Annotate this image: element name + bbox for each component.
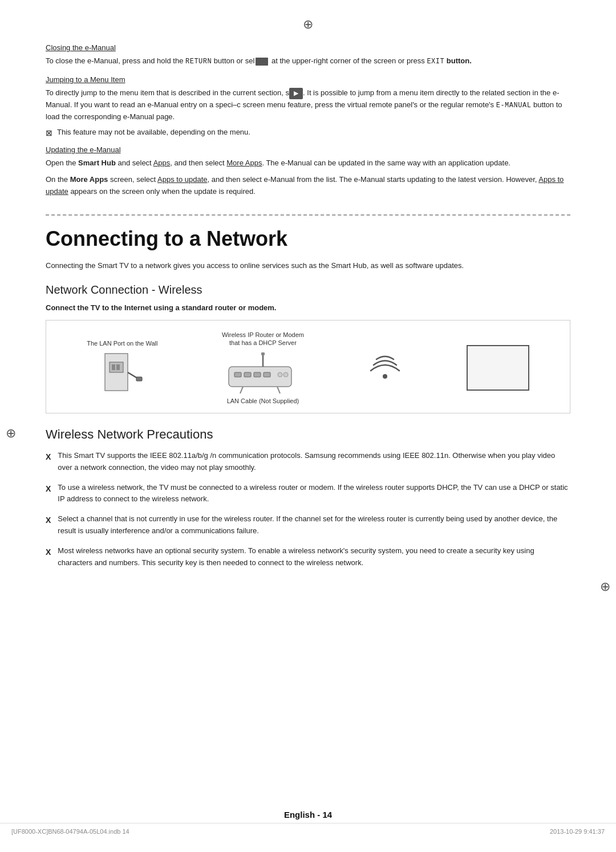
precaution-item-1: X This Smart TV supports the IEEE 802.11… (46, 450, 570, 474)
precaution-item-3: X Select a channel that is not currently… (46, 513, 570, 537)
precaution-x-icon-4: X (46, 546, 51, 558)
router-element: Wireless IP Router or Modem that has a D… (222, 331, 304, 405)
updating-body2: On the More Apps screen, select Apps to … (46, 174, 570, 198)
right-compass-icon: ⊕ (600, 579, 610, 594)
svg-line-16 (277, 387, 280, 393)
closing-heading: Closing the e-Manual (46, 43, 570, 52)
lan-port-label: The LAN Port on the Wall (87, 339, 157, 347)
jumping-note: ⊠ This feature may not be available, dep… (46, 128, 570, 137)
svg-point-17 (383, 374, 387, 379)
precaution-text-3: Select a channel that is not currently i… (58, 513, 570, 537)
note-icon: ⊠ (46, 128, 52, 137)
router-icon (226, 351, 300, 393)
svg-rect-11 (254, 372, 261, 377)
footer-english: English - 14 (284, 810, 332, 819)
chapter-intro: Connecting the Smart TV to a network giv… (46, 260, 570, 272)
precaution-x-icon-3: X (46, 514, 51, 526)
wireless-title: Network Connection - Wireless (46, 283, 570, 297)
footer-meta: [UF8000-XC]BN68-04794A-05L04.indb 14 201… (0, 823, 616, 835)
svg-point-14 (283, 372, 288, 377)
tv-icon (467, 345, 529, 391)
svg-rect-9 (234, 372, 241, 377)
svg-point-13 (278, 372, 282, 377)
precaution-text-2: To use a wireless network, the TV must b… (58, 482, 570, 506)
precautions-section: Wireless Network Precautions X This Smar… (46, 427, 570, 569)
jumping-body: To directly jump to the menu item that i… (46, 87, 570, 123)
wall-port-element: The LAN Port on the Wall (87, 339, 157, 396)
svg-rect-3 (116, 364, 120, 370)
footer-date-info: 2013-10-29 9:41:37 (550, 828, 605, 835)
wifi-waves-icon (368, 348, 402, 388)
wall-port-icon (99, 351, 145, 396)
precaution-text-1: This Smart TV supports the IEEE 802.11a/… (58, 450, 570, 474)
section-divider (46, 214, 570, 216)
precaution-x-icon-1: X (46, 451, 51, 463)
precaution-text-4: Most wireless networks have an optional … (58, 545, 570, 569)
updating-heading: Updating the e-Manual (46, 145, 570, 154)
precaution-item-2: X To use a wireless network, the TV must… (46, 482, 570, 506)
closing-section: Closing the e-Manual To close the e-Manu… (46, 43, 570, 67)
wireless-section: Network Connection - Wireless Connect th… (46, 283, 570, 413)
updating-section: Updating the e-Manual Open the Smart Hub… (46, 145, 570, 197)
wifi-waves-element (368, 348, 402, 388)
svg-rect-2 (112, 364, 115, 370)
connect-instruction: Connect the TV to the Internet using a s… (46, 303, 570, 312)
cable-label: LAN Cable (Not Supplied) (227, 397, 299, 405)
footer-file-info: [UF8000-XC]BN68-04794A-05L04.indb 14 (11, 828, 129, 835)
jumping-section: Jumping to a Menu Item To directly jump … (46, 75, 570, 137)
svg-rect-8 (261, 352, 265, 355)
closing-body: To close the e-Manual, press and hold th… (46, 55, 570, 67)
svg-line-15 (240, 387, 243, 393)
tv-element (467, 345, 529, 391)
svg-rect-12 (264, 372, 270, 377)
jumping-heading: Jumping to a Menu Item (46, 75, 570, 84)
footer: English - 14 [UF8000-XC]BN68-04794A-05L0… (0, 810, 616, 835)
precaution-x-icon-2: X (46, 482, 51, 495)
svg-rect-10 (244, 372, 251, 377)
svg-rect-5 (136, 377, 142, 381)
precaution-item-4: X Most wireless networks have an optiona… (46, 545, 570, 569)
network-diagram: The LAN Port on the Wall Wireless IP (46, 320, 570, 413)
left-compass-icon: ⊕ (6, 426, 16, 441)
chapter-title: Connecting to a Network (46, 227, 570, 251)
top-compass-icon: ⊕ (46, 17, 570, 32)
updating-body1: Open the Smart Hub and select Apps, and … (46, 157, 570, 169)
router-label: Wireless IP Router or Modem that has a D… (222, 331, 304, 347)
precautions-title: Wireless Network Precautions (46, 427, 570, 442)
